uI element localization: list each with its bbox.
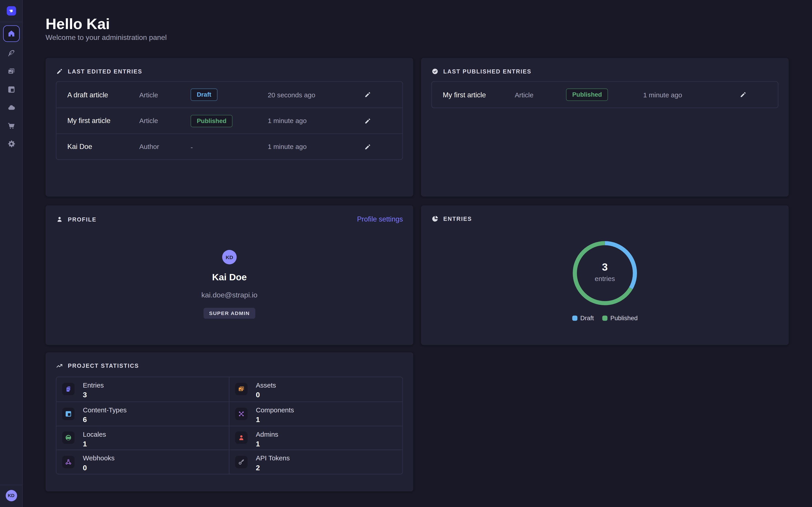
card-header: LAST EDITED ENTRIES: [46, 58, 413, 75]
edit-button[interactable]: [364, 91, 402, 98]
entry-status-cell: Draft: [191, 89, 268, 101]
pencil-icon: [364, 91, 371, 98]
globe-icon: [65, 434, 72, 441]
entry-type: Article: [515, 91, 566, 99]
stat-label: API Tokens: [256, 454, 402, 462]
entry-name: Kai Doe: [67, 143, 139, 151]
strapi-dashboard: KD Hello Kai Welcome to your administrat…: [0, 0, 812, 507]
role-badge: SUPER ADMIN: [203, 308, 256, 319]
user-avatar[interactable]: KD: [5, 490, 17, 501]
sidebar: KD: [0, 0, 23, 507]
edit-button[interactable]: [740, 91, 778, 98]
stat-icon-tile: [235, 456, 247, 468]
edit-button[interactable]: [364, 117, 402, 124]
stat-locales: Locales 1: [56, 426, 230, 450]
table-row[interactable]: A draft article Article Draft 20 seconds…: [56, 82, 402, 108]
card-title: PROJECT STATISTICS: [68, 362, 139, 369]
stat-label: Assets: [256, 381, 402, 389]
profile-name: Kai Doe: [46, 272, 413, 283]
sidebar-bottom: KD: [0, 485, 22, 507]
sidebar-item-settings[interactable]: [3, 136, 19, 152]
status-empty: -: [191, 143, 193, 151]
project-statistics-card: PROJECT STATISTICS Entries 3 Assets 0 Co…: [46, 352, 413, 492]
stat-icon-tile: [235, 432, 247, 444]
stat-value: 2: [256, 464, 402, 472]
entry-time: 20 seconds ago: [268, 91, 364, 99]
knot-icon: [65, 458, 72, 465]
strapi-logo[interactable]: [6, 6, 16, 15]
stat-label: Locales: [83, 430, 229, 438]
table-row[interactable]: My first article Article Published 1 min…: [56, 108, 402, 133]
cluster-icon: [238, 410, 245, 417]
legend-chip: [602, 316, 607, 321]
stat-label: Entries: [83, 381, 229, 389]
trending-up-icon: [56, 362, 63, 369]
chart-legend: Draft Published: [421, 315, 789, 322]
profile-avatar: KD: [222, 250, 237, 264]
profile-card: PROFILE Profile settings KD Kai Doe kai.…: [46, 205, 413, 345]
stat-value: 3: [83, 391, 229, 399]
entry-time: 1 minute ago: [643, 91, 740, 99]
stat-value: 1: [256, 415, 402, 424]
stat-components: Components 1: [230, 401, 402, 426]
status-badge: Published: [566, 89, 608, 101]
stat-icon-tile: [235, 383, 247, 395]
edit-button[interactable]: [364, 143, 402, 150]
legend-item: Draft: [572, 315, 594, 322]
key-icon: [238, 458, 245, 465]
cart-icon: [7, 122, 15, 130]
entry-name: My first article: [443, 91, 515, 99]
sidebar-nav: [0, 22, 22, 152]
entries-card: ENTRIES 3 entries Draft Published: [421, 205, 789, 345]
pictures-icon: [238, 386, 245, 393]
entry-type: Article: [139, 117, 191, 125]
last-published-table: My first article Article Published 1 min…: [431, 81, 778, 108]
stat-value: 1: [83, 439, 229, 448]
entry-time: 1 minute ago: [268, 143, 364, 151]
strapi-logo-icon: [8, 7, 14, 14]
stat-assets: Assets 0: [230, 377, 402, 401]
sidebar-item-home[interactable]: [3, 25, 19, 42]
pencil-icon: [740, 91, 747, 98]
pencil-icon: [364, 143, 371, 150]
entry-name: My first article: [67, 117, 139, 125]
cloud-icon: [7, 103, 15, 112]
sidebar-item-deploy[interactable]: [3, 100, 19, 115]
stat-value: 0: [83, 464, 229, 472]
layout-icon: [65, 410, 72, 417]
card-header: PROFILE Profile settings: [46, 205, 413, 223]
last-edited-table: A draft article Article Draft 20 seconds…: [56, 81, 403, 160]
stat-icon-tile: [62, 407, 75, 420]
stat-value: 1: [256, 439, 402, 448]
profile-email: kai.doe@strapi.io: [46, 291, 413, 299]
stat-value: 0: [256, 391, 402, 399]
profile-settings-link[interactable]: Profile settings: [357, 215, 403, 223]
stat-admins: Admins 1: [230, 426, 402, 450]
entry-status-cell: Published: [191, 115, 268, 127]
sidebar-item-content-manager[interactable]: [3, 46, 19, 61]
pencil-icon: [364, 117, 371, 124]
card-header: LAST PUBLISHED ENTRIES: [421, 58, 789, 75]
page-title: Hello Kai: [46, 15, 110, 33]
sidebar-item-media-library[interactable]: [3, 64, 19, 79]
last-published-entries-card: LAST PUBLISHED ENTRIES My first article …: [421, 58, 789, 196]
person-icon: [56, 215, 63, 223]
card-title: LAST PUBLISHED ENTRIES: [443, 68, 531, 74]
table-row[interactable]: My first article Article Published 1 min…: [432, 82, 778, 108]
entry-status-cell: Published: [566, 89, 643, 101]
table-row[interactable]: Kai Doe Author - 1 minute ago: [56, 133, 402, 159]
stat-icon-tile: [62, 432, 75, 444]
legend-label: Draft: [580, 315, 594, 322]
stat-label: Components: [256, 406, 402, 414]
stat-webhooks: Webhooks 0: [56, 450, 230, 474]
home-icon: [7, 30, 15, 38]
sidebar-item-marketplace[interactable]: [3, 118, 19, 133]
card-title: ENTRIES: [443, 216, 472, 222]
legend-label: Published: [610, 315, 638, 322]
entry-type: Article: [139, 91, 191, 99]
sidebar-item-content-type-builder[interactable]: [3, 82, 19, 97]
gear-icon: [7, 140, 15, 148]
entry-status-cell: -: [191, 142, 268, 151]
check-circle-icon: [431, 68, 439, 75]
status-badge: Published: [191, 115, 233, 127]
